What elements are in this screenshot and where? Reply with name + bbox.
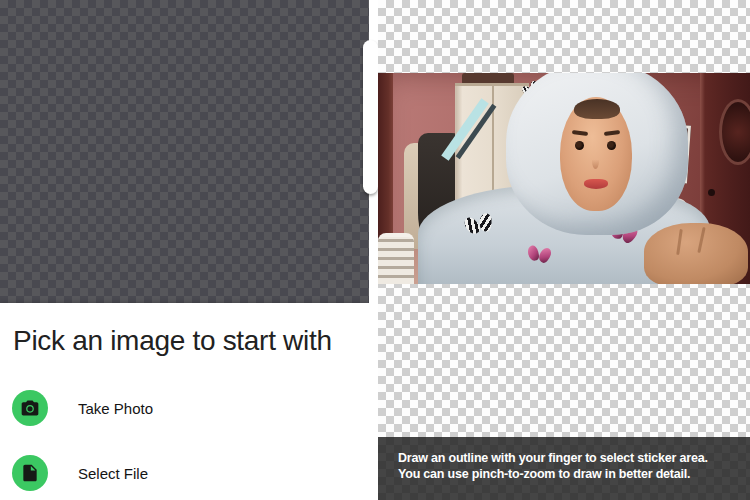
take-photo-option[interactable]: Take Photo	[0, 386, 369, 430]
take-photo-label: Take Photo	[78, 400, 153, 417]
select-file-label: Select File	[78, 465, 148, 482]
screens-divider	[369, 0, 378, 500]
photo-raised-hand	[644, 223, 748, 284]
select-file-option[interactable]: Select File	[0, 451, 369, 495]
image-picker-sheet: Pick an image to start with Take Photo	[0, 303, 369, 500]
butterfly-print-icon	[527, 245, 552, 266]
photo-door-knob	[708, 189, 715, 196]
image-picker-screen: Pick an image to start with Take Photo	[0, 0, 369, 500]
photo-eye	[607, 141, 616, 150]
photo-eyebrow	[604, 130, 620, 136]
photo-door-oval-window	[719, 99, 750, 165]
photo-hair-bangs	[574, 99, 620, 119]
draw-hint-line2: You can use pinch-to-zoom to draw in bet…	[398, 466, 708, 482]
draw-hint-bar: Draw an outline with your finger to sele…	[378, 437, 750, 500]
sticker-maker-screens: Pick an image to start with Take Photo	[0, 0, 750, 500]
scrollbar-thumb[interactable]	[363, 40, 378, 194]
photo-lips	[584, 179, 608, 189]
draw-hint-text: Draw an outline with your finger to sele…	[398, 450, 708, 482]
picker-sheet-title: Pick an image to start with	[13, 325, 369, 357]
photo-laundry-basket	[378, 233, 414, 284]
sticker-draw-screen: Draw an outline with your finger to sele…	[378, 0, 750, 500]
photo-eye	[575, 141, 584, 150]
camera-icon	[12, 390, 48, 426]
draw-hint-line1: Draw an outline with your finger to sele…	[398, 450, 708, 466]
photo-nose	[592, 153, 599, 169]
transparency-preview-area	[0, 0, 369, 303]
photo-eyebrow	[572, 130, 588, 136]
photo-face	[560, 97, 632, 211]
selected-photo-canvas[interactable]	[378, 73, 750, 284]
file-icon	[12, 455, 48, 491]
